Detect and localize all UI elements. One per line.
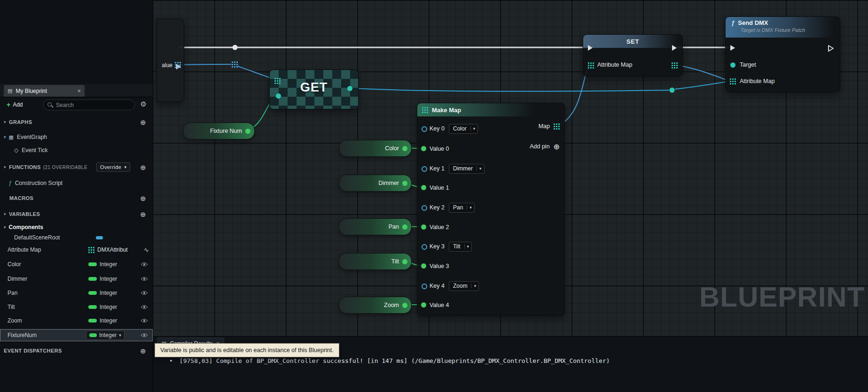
make-map-node[interactable]: Make Map Key 0 Color ▾ Value 0 Key 1 Dim… [417, 103, 565, 316]
variable-get-zoom[interactable]: Zoom [339, 297, 412, 314]
value-row: Value 4 [417, 300, 449, 311]
map-reroute-icon[interactable] [232, 61, 238, 68]
value-pin[interactable] [421, 146, 426, 151]
variable-row-pan[interactable]: Pan Integer [0, 287, 153, 299]
variable-row-fixturenum[interactable]: FixtureNum Integer ▾ [0, 329, 153, 341]
add-macro-icon[interactable]: ⊕ [140, 195, 146, 202]
output-pin[interactable] [402, 181, 407, 186]
partial-node[interactable]: alue [156, 19, 184, 102]
variable-row-dimmer[interactable]: Dimmer Integer [0, 273, 153, 284]
output-pin[interactable] [402, 224, 407, 230]
exec-in-pin[interactable] [730, 45, 735, 51]
variable-get-color[interactable]: Color [339, 140, 412, 157]
eye-icon[interactable] [141, 305, 148, 309]
output-pin[interactable] [402, 259, 407, 264]
add-function-icon[interactable]: ⊕ [140, 164, 146, 171]
add-variable-icon[interactable]: ⊕ [140, 211, 146, 218]
map-input-pin-icon[interactable] [588, 62, 594, 69]
search-box[interactable] [43, 100, 135, 110]
value-pin[interactable] [421, 224, 426, 230]
send-dmx-node[interactable]: ƒ Send DMX Target is DMX Fixture Patch T… [725, 16, 840, 92]
integer-type-pill [88, 305, 97, 309]
key-pin[interactable] [422, 284, 427, 289]
compiler-log-line: • [9758,03] Compile of BP_DMX_Controller… [169, 357, 610, 364]
sidebar-item-construction-script[interactable]: ƒ Construction Script [0, 177, 153, 189]
eye-icon[interactable] [141, 318, 148, 323]
add-graph-icon[interactable]: ⊕ [140, 119, 146, 126]
map-icon [422, 107, 428, 113]
key-input-pin[interactable] [276, 93, 281, 99]
key-pin[interactable] [422, 244, 427, 250]
variable-row-tilt[interactable]: Tilt Integer [0, 301, 153, 313]
event-dispatchers-section-header[interactable]: EVENT DISPATCHERS ⊕ [0, 345, 153, 356]
key-pin[interactable] [422, 126, 427, 132]
output-pin[interactable] [245, 129, 250, 134]
key-pin[interactable] [422, 166, 427, 172]
variable-get-dimmer[interactable]: Dimmer [339, 175, 412, 192]
sidebar-item-eventgraph[interactable]: ▾ ▦ EventGraph [0, 131, 153, 143]
key-enum-dropdown[interactable]: Dimmer ▾ [449, 164, 485, 174]
variable-row-attribute-map[interactable]: Attribute Map DMXAttribut ∿ [0, 244, 153, 255]
get-node[interactable]: GET [269, 69, 359, 109]
value-output-pin[interactable] [347, 86, 352, 91]
collapse-arrow-icon[interactable]: ▾ [4, 135, 6, 139]
value-pin[interactable] [421, 263, 426, 269]
key-pin[interactable] [422, 205, 427, 211]
output-pin[interactable] [402, 303, 407, 308]
integer-type-pill [89, 333, 97, 337]
override-dropdown[interactable]: Override ▾ [96, 162, 130, 172]
map-input-pin-icon[interactable] [274, 78, 281, 84]
chevron-down-icon: ▾ [467, 205, 474, 210]
add-event-dispatcher-icon[interactable]: ⊕ [140, 347, 146, 354]
eye-icon[interactable] [141, 291, 148, 295]
exec-out-pin[interactable] [828, 45, 834, 52]
target-input-pin[interactable] [730, 62, 735, 68]
key-enum-dropdown[interactable]: Tilt ▾ [449, 242, 472, 252]
collapse-arrow-icon[interactable]: ▾ [4, 212, 6, 216]
key-enum-dropdown[interactable]: Pan ▾ [449, 203, 475, 213]
macros-section-header[interactable]: MACROS ⊕ [0, 192, 153, 204]
map-output-pin-icon[interactable] [554, 123, 560, 130]
eye-icon[interactable] [141, 277, 148, 281]
functions-section-header[interactable]: ▾ FUNCTIONS (21 OVERRIDABLE Override ▾ ⊕ [0, 161, 153, 173]
close-tab-icon[interactable]: × [77, 87, 81, 94]
sidebar-item-event-tick[interactable]: ◇ Event Tick [0, 145, 153, 156]
collapse-arrow-icon[interactable]: ▾ [4, 225, 6, 230]
add-button[interactable]: + Add [4, 100, 26, 110]
gear-icon[interactable]: ⚙ [141, 100, 147, 108]
set-attribute-map-node[interactable]: SET Attribute Map [583, 34, 683, 77]
exec-out-pin[interactable] [672, 45, 677, 51]
add-pin-row[interactable]: Add pin ⊕ [530, 141, 560, 152]
tab-my-blueprint[interactable]: ▤ My Blueprint × [4, 85, 85, 97]
key-enum-dropdown[interactable]: Color ▾ [449, 124, 478, 134]
map-output-pin-icon[interactable] [672, 62, 678, 69]
variable-row-zoom[interactable]: Zoom Integer [0, 315, 153, 326]
tab-title: My Blueprint [16, 88, 47, 94]
add-pin-icon[interactable]: ⊕ [554, 142, 560, 151]
variable-get-tilt[interactable]: Tilt [339, 253, 412, 270]
variables-section-header[interactable]: ▾ VARIABLES ⊕ [0, 208, 153, 220]
variable-type-dropdown[interactable]: Integer ▾ [86, 331, 125, 340]
integer-type-pill [88, 262, 97, 266]
variable-get-pan[interactable]: Pan [339, 218, 412, 235]
value-pin[interactable] [421, 302, 426, 307]
eye-icon[interactable] [141, 262, 148, 267]
value-pin[interactable] [421, 185, 426, 190]
blueprint-editor: BLUEPRINT alue GET Fixture Num Color [0, 0, 868, 392]
graphs-section-header[interactable]: ▾ GRAPHS ⊕ [0, 116, 153, 128]
collapse-arrow-icon[interactable]: ▾ [4, 165, 6, 169]
output-pin[interactable] [402, 146, 407, 151]
collapse-arrow-icon[interactable]: ▾ [4, 120, 6, 124]
map-pin-icon[interactable] [175, 62, 181, 68]
search-input[interactable] [55, 100, 132, 109]
variable-row-color[interactable]: Color Integer [0, 259, 153, 270]
key-enum-dropdown[interactable]: Zoom ▾ [449, 281, 479, 291]
eye-icon[interactable] [141, 333, 148, 338]
pin-label: Target [740, 61, 756, 68]
exec-in-pin[interactable] [588, 45, 593, 51]
components-group-header[interactable]: ▾ Components [0, 222, 153, 233]
variable-row-defaultsceneroot[interactable]: DefaultSceneRoot [0, 232, 153, 243]
map-type-icon [88, 247, 94, 253]
map-input-pin-icon[interactable] [730, 78, 736, 85]
variable-get-fixture-num[interactable]: Fixture Num [183, 123, 255, 139]
